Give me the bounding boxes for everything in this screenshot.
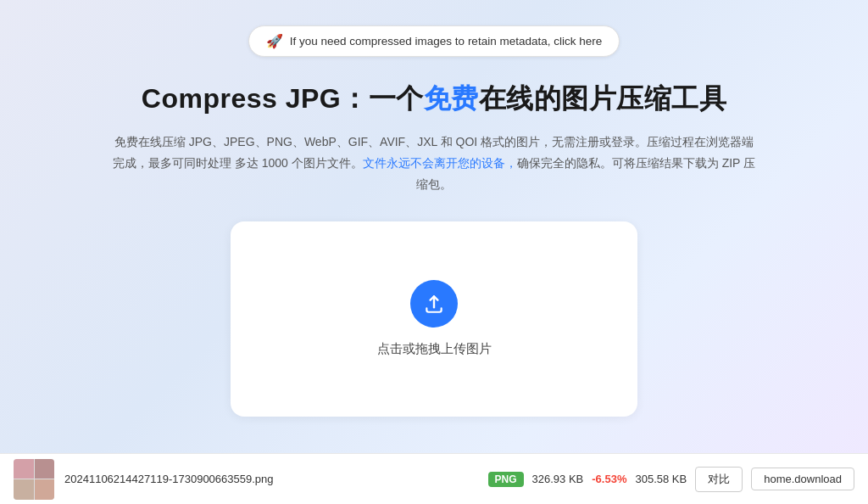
download-button[interactable]: home.download bbox=[751, 468, 854, 490]
notification-text: If you need compressed images to retain … bbox=[290, 35, 602, 48]
thumb-cell-3 bbox=[14, 479, 34, 500]
format-badge: PNG bbox=[488, 472, 524, 487]
page-title: Compress JPG：一个免费在线的图片压缩工具 bbox=[142, 81, 726, 118]
upload-area[interactable]: 点击或拖拽上传图片 bbox=[231, 221, 637, 417]
main-content: 🚀 If you need compressed images to retai… bbox=[0, 0, 868, 417]
file-size-original: 326.93 KB bbox=[532, 473, 584, 485]
page-description: 免费在线压缩 JPG、JPEG、PNG、WebP、GIF、AVIF、JXL 和 … bbox=[112, 132, 756, 196]
upload-button[interactable] bbox=[410, 280, 458, 328]
upload-label: 点击或拖拽上传图片 bbox=[377, 341, 492, 357]
title-suffix: 在线的图片压缩工具 bbox=[479, 83, 727, 114]
desc-line2: 多达 1000 个图片文件。 bbox=[235, 156, 363, 170]
file-name: 20241106214427119-1730900663559.png bbox=[64, 473, 478, 485]
desc-link[interactable]: 文件永远不会离开您的设备， bbox=[363, 156, 517, 170]
compare-button[interactable]: 对比 bbox=[695, 467, 743, 492]
thumb-cell-4 bbox=[35, 479, 55, 500]
title-prefix: Compress JPG：一个 bbox=[142, 83, 424, 114]
file-meta: PNG 326.93 KB -6.53% 305.58 KB 对比 home.d… bbox=[488, 467, 854, 492]
compression-ratio: -6.53% bbox=[592, 473, 626, 485]
bottom-bar: 20241106214427119-1730900663559.png PNG … bbox=[0, 453, 868, 504]
thumb-cell-1 bbox=[14, 459, 34, 479]
rocket-icon: 🚀 bbox=[266, 33, 283, 49]
notification-bar[interactable]: 🚀 If you need compressed images to retai… bbox=[248, 25, 620, 57]
file-size-compressed: 305.58 KB bbox=[635, 473, 687, 485]
file-thumbnail bbox=[14, 459, 54, 500]
thumb-cell-2 bbox=[35, 459, 55, 479]
title-highlight: 免费 bbox=[424, 83, 479, 114]
